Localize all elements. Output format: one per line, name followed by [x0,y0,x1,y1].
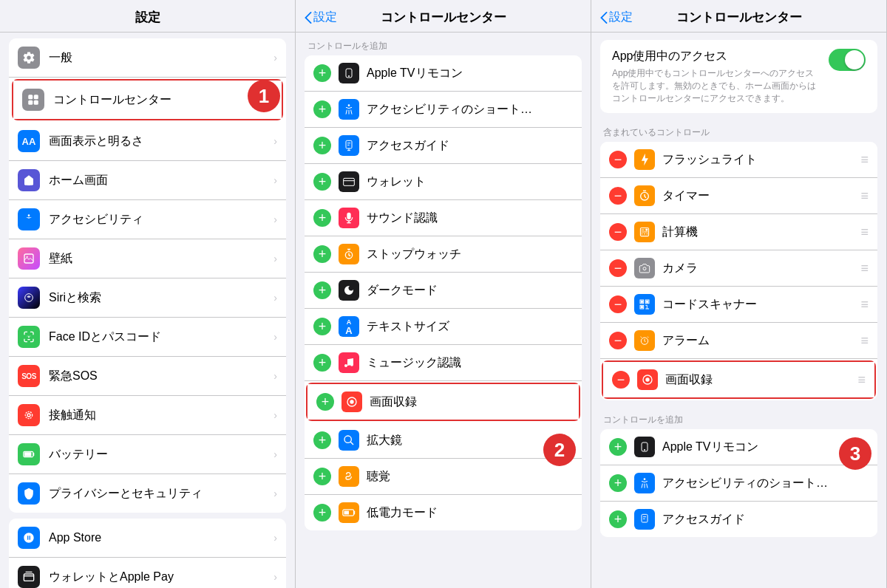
add-stopwatch-btn[interactable] [313,245,331,263]
timer-cc-icon [634,185,655,206]
add-appletv-btn[interactable] [313,64,331,82]
cc-add-appletv[interactable]: Apple TVリモコン [305,55,582,92]
settings-item-access[interactable]: アクセシビリティ › [9,200,286,239]
settings-item-control[interactable]: コントロールセンター › [13,81,282,119]
wallpaper-label: 壁紙 [49,251,271,267]
settings-item-wallpaper[interactable]: 壁紙 › [9,239,286,278]
cc-add-stopwatch[interactable]: ストップウォッチ [305,236,582,273]
add-screenrec-btn[interactable] [316,393,334,411]
contained-calc[interactable]: 計算機 ≡ [600,214,877,250]
cc-add-wallet[interactable]: ウォレット [305,164,582,200]
access-toggle-switch[interactable] [829,49,866,71]
add-sound-btn[interactable] [313,209,331,227]
settings-item-contact[interactable]: 接触通知 › [9,396,286,435]
cc-add-screenrec[interactable]: 画面収録 [307,384,579,420]
add-magnify-btn[interactable] [313,431,331,449]
contained-flash[interactable]: フラッシュライト ≡ [600,142,877,178]
contained-screenrec[interactable]: 画面収録 ≡ [603,362,874,397]
general-icon [18,47,40,69]
music-cc-icon [339,352,359,373]
cc-add-dark[interactable]: ダークモード [305,273,582,309]
cc-add-accessibility[interactable]: アクセシビリティのショート… [305,92,582,128]
cc-add-guide[interactable]: アクセスガイド [305,128,582,164]
add-guide-btn[interactable] [313,137,331,154]
wallpaper-chevron: › [273,253,277,264]
remove-camera-btn[interactable] [609,259,627,277]
magnify-cc-icon [339,430,359,451]
remove-qr-btn[interactable] [609,295,627,313]
stopwatch-cc-icon [339,244,359,264]
settings-item-wallet[interactable]: ウォレットとApple Pay › [9,558,286,588]
add-guide3-btn[interactable] [609,510,627,528]
add-textsize-btn[interactable] [313,318,331,335]
panel3-content: App使用中のアクセス App使用中でもコントロールセンターへのアクセスを許可し… [591,33,886,588]
camera-cc-icon [634,258,655,278]
add-access3-btn[interactable] [609,474,627,492]
settings-item-sos[interactable]: SOS 緊急SOS › [9,357,286,396]
settings-item-display[interactable]: AA 画面表示と明るさ › [9,122,286,161]
panel3-title: コントロールセンター [676,9,802,26]
contained-qr[interactable]: コードスキャナー ≡ [600,287,877,323]
svg-rect-37 [641,301,642,303]
cc-add-music[interactable]: ミュージック認識 [305,345,582,381]
wallet-label: ウォレットとApple Pay [49,570,271,585]
add-dark-btn[interactable] [313,281,331,299]
cc-add-magnify[interactable]: 拡大鏡 [305,423,582,459]
contained-alarm[interactable]: アラーム ≡ [600,323,877,359]
svg-point-44 [644,449,645,451]
svg-rect-2 [28,100,33,105]
settings-item-faceid[interactable]: Face IDとパスコード › [9,318,286,357]
hearing-cc-label: 聴覚 [367,469,573,485]
settings-item-appstore[interactable]: App Store › [9,519,286,558]
access-toggle-row: App使用中のアクセス App使用中でもコントロールセンターへのアクセスを許可し… [600,40,877,113]
add-guide3[interactable]: アクセスガイド [600,502,877,537]
add-music-btn[interactable] [313,354,331,372]
svg-point-4 [28,214,30,216]
add-hearing-btn[interactable] [313,468,331,485]
privacy-chevron: › [273,488,277,499]
add-wallet-btn[interactable] [313,173,331,191]
home-chevron: › [273,174,277,186]
cc-add-textsize[interactable]: AA テキストサイズ [305,309,582,345]
screenrec3-label: 画面収録 [665,372,857,388]
svg-rect-11 [24,453,31,456]
settings-item-home[interactable]: ホーム画面 › [9,161,286,200]
siri-icon [18,287,40,309]
settings-item-siri[interactable]: Siriと検索 › [9,278,286,318]
remove-flash-btn[interactable] [609,151,627,168]
cc-add-lowpower[interactable]: 低電力モード [305,495,582,530]
remove-calc-btn[interactable] [609,223,627,241]
svg-rect-16 [346,140,352,148]
access3-icon [634,473,655,493]
add-access-btn[interactable] [313,100,331,118]
panel2-back[interactable]: 設定 [305,10,337,25]
remove-timer-btn[interactable] [609,187,627,205]
wallet-chevron: › [273,571,277,583]
calc-drag-handle: ≡ [860,225,869,240]
add-appletv3[interactable]: Apple TVリモコン [600,429,877,465]
add-lowpower-btn[interactable] [313,504,331,522]
appletv3-icon [634,437,655,457]
access-cc-icon [339,99,359,120]
screenrec-cc-icon [341,392,362,412]
cc-add-sound[interactable]: サウンド認識 [305,200,582,236]
cc-add-hearing[interactable]: 聴覚 [305,459,582,495]
control-center-add-panel: 設定 コントロールセンター コントロールを追加 Apple TVリモコン アクセ… [296,0,591,588]
textsize-cc-label: テキストサイズ [367,319,573,335]
flash-cc-icon [634,149,655,170]
add-appletv3-btn[interactable] [609,438,627,456]
contact-label: 接触通知 [49,408,271,423]
step2-badge: 2 [543,434,576,466]
remove-screenrec-btn[interactable] [612,371,630,389]
contained-camera[interactable]: カメラ ≡ [600,250,877,287]
settings-item-battery[interactable]: バッテリー › [9,435,286,474]
control-label: コントロールセンター [53,92,266,108]
settings-item-privacy[interactable]: プライバシーとセキュリティ › [9,474,286,513]
settings-item-general[interactable]: 一般 › [9,38,286,78]
contained-timer[interactable]: タイマー ≡ [600,178,877,214]
add-access3[interactable]: アクセシビリティのショート… [600,465,877,502]
panel3-back[interactable]: 設定 [600,10,633,25]
calc-cc-icon [634,222,655,242]
wallet-cc-label: ウォレット [367,174,573,190]
remove-alarm-btn[interactable] [609,332,627,349]
